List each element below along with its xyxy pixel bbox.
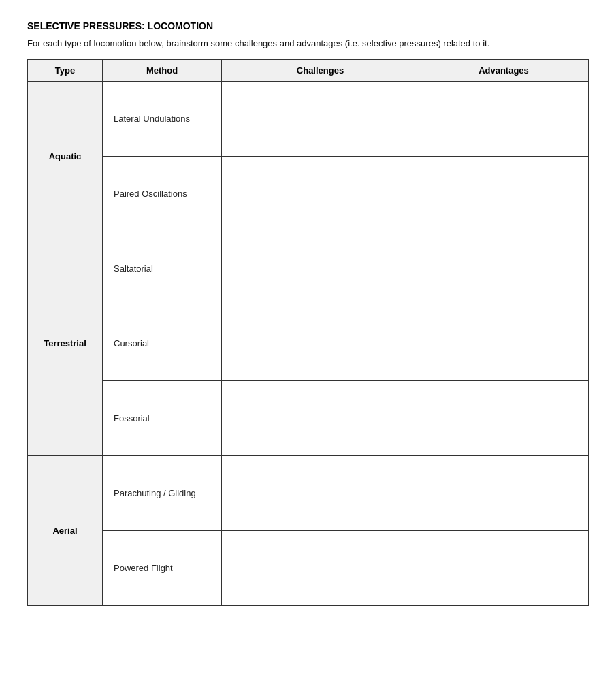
method-cell-lateral: Lateral Undulations [103,82,222,157]
advantages-cell [419,82,589,157]
col-header-challenges: Challenges [222,60,419,82]
advantages-cell [419,456,589,531]
table-row: Aerial Parachuting / Gliding [28,456,589,531]
table-row: Terrestrial Saltatorial [28,231,589,306]
col-header-advantages: Advantages [419,60,589,82]
challenges-cell [222,381,419,456]
method-cell-paired: Paired Oscillations [103,157,222,231]
table-row: Aquatic Lateral Undulations [28,82,589,157]
method-cell-saltatorial: Saltatorial [103,231,222,306]
method-cell-powered-flight: Powered Flight [103,531,222,606]
advantages-cell [419,306,589,381]
advantages-cell [419,381,589,456]
type-cell-aerial: Aerial [28,456,103,606]
advantages-cell [419,231,589,306]
type-cell-aquatic: Aquatic [28,82,103,231]
challenges-cell [222,531,419,606]
advantages-cell [419,531,589,606]
page-title: SELECTIVE PRESSURES: LOCOMOTION [27,20,589,31]
table-row: Cursorial [28,306,589,381]
method-cell-fossorial: Fossorial [103,381,222,456]
challenges-cell [222,306,419,381]
col-header-type: Type [28,60,103,82]
type-cell-terrestrial: Terrestrial [28,231,103,456]
table-row: Powered Flight [28,531,589,606]
challenges-cell [222,456,419,531]
col-header-method: Method [103,60,222,82]
method-cell-parachuting: Parachuting / Gliding [103,456,222,531]
advantages-cell [419,157,589,231]
method-cell-cursorial: Cursorial [103,306,222,381]
table-row: Paired Oscillations [28,157,589,231]
locomotion-table: Type Method Challenges Advantages Aquati… [27,59,589,606]
challenges-cell [222,157,419,231]
table-row: Fossorial [28,381,589,456]
challenges-cell [222,82,419,157]
page-description: For each type of locomotion below, brain… [27,38,589,48]
challenges-cell [222,231,419,306]
